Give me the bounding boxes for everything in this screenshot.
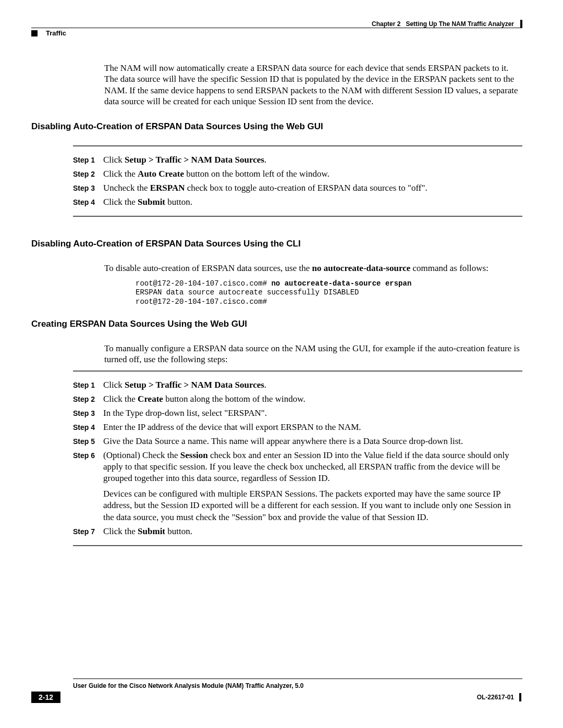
step-row: Step 4 Click the Submit button. xyxy=(73,196,522,208)
step-row: Step 3 In the Type drop-down list, selec… xyxy=(73,408,522,419)
page-number-badge: 2-12 xyxy=(31,692,60,703)
page-footer: User Guide for the Cisco Network Analysi… xyxy=(31,678,522,703)
heading-disable-cli: Disabling Auto-Creation of ERSPAN Data S… xyxy=(31,239,522,249)
step-row: Step 1 Click Setup > Traffic > NAM Data … xyxy=(73,379,522,391)
step-content: Click the Submit button. xyxy=(103,526,522,537)
step-label: Step 4 xyxy=(73,196,103,208)
step-content: Click the Submit button. xyxy=(103,196,522,208)
section-name: Traffic xyxy=(46,29,66,37)
doc-id: OL-22617-01 xyxy=(477,693,522,701)
step-content: Uncheck the ERSPAN check box to toggle a… xyxy=(103,182,522,194)
step-label: Step 2 xyxy=(73,393,103,405)
steps-disable-webgui: Step 1 Click Setup > Traffic > NAM Data … xyxy=(73,145,522,217)
page-header: Chapter 2 Setting Up The NAM Traffic Ana… xyxy=(372,20,522,28)
step-row: Step 2 Click the Auto Create button on t… xyxy=(73,168,522,180)
step-label: Step 5 xyxy=(73,436,103,447)
create-intro-paragraph: To manually configure a ERSPAN data sour… xyxy=(104,343,522,365)
step-content: Click the Auto Create button on the bott… xyxy=(103,168,522,180)
footer-rule xyxy=(73,678,522,679)
step-row: Step 6 (Optional) Check the Session chec… xyxy=(73,450,522,523)
footer-bar-icon xyxy=(519,693,521,701)
step-label: Step 6 xyxy=(73,450,103,523)
footer-guide-title: User Guide for the Cisco Network Analysi… xyxy=(73,682,522,689)
step-row: Step 7 Click the Submit button. xyxy=(73,526,522,537)
step-label: Step 1 xyxy=(73,154,103,166)
heading-disable-webgui: Disabling Auto-Creation of ERSPAN Data S… xyxy=(31,121,522,132)
section-breadcrumb: Traffic xyxy=(31,29,66,37)
cli-code-block: root@172-20-104-107.cisco.com# no autocr… xyxy=(136,279,522,307)
step-row: Step 2 Click the Create button along the… xyxy=(73,393,522,405)
step-row: Step 4 Enter the IP address of the devic… xyxy=(73,422,522,433)
step-label: Step 3 xyxy=(73,182,103,194)
step-content: Give the Data Source a name. This name w… xyxy=(103,436,522,447)
step-content: Click Setup > Traffic > NAM Data Sources… xyxy=(103,154,522,166)
chapter-title: Setting Up The NAM Traffic Analyzer xyxy=(406,20,517,28)
step-label: Step 7 xyxy=(73,526,103,537)
step-label: Step 3 xyxy=(73,408,103,419)
step-label: Step 2 xyxy=(73,168,103,180)
header-bar-icon xyxy=(520,20,522,28)
cli-intro-paragraph: To disable auto-creation of ERSPAN data … xyxy=(104,263,522,274)
chapter-label: Chapter 2 xyxy=(372,20,406,28)
step-content: Click Setup > Traffic > NAM Data Sources… xyxy=(103,379,522,391)
step-label: Step 4 xyxy=(73,422,103,433)
square-bullet-icon xyxy=(31,30,38,36)
steps-create-webgui: Step 1 Click Setup > Traffic > NAM Data … xyxy=(73,371,522,546)
step-row: Step 5 Give the Data Source a name. This… xyxy=(73,436,522,447)
intro-paragraph: The NAM will now automatically create a … xyxy=(104,63,522,107)
step-content: Click the Create button along the bottom… xyxy=(103,393,522,405)
step-row: Step 1 Click Setup > Traffic > NAM Data … xyxy=(73,154,522,166)
step-content: (Optional) Check the Session check box a… xyxy=(103,450,522,523)
step-row: Step 3 Uncheck the ERSPAN check box to t… xyxy=(73,182,522,194)
step-label: Step 1 xyxy=(73,379,103,391)
heading-create-webgui: Creating ERSPAN Data Sources Using the W… xyxy=(31,319,522,329)
step-content: Enter the IP address of the device that … xyxy=(103,422,522,433)
step-content: In the Type drop-down list, select "ERSP… xyxy=(103,408,522,419)
